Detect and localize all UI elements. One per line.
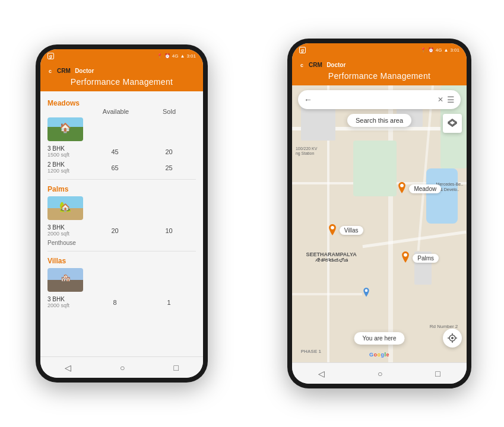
nav-square-btn[interactable]: □ — [174, 363, 179, 372]
prop-name: 3 BHK — [47, 296, 88, 302]
status-bar-left: g 📍 ⏰ 4G ▲ 3:01 — [40, 49, 203, 62]
svg-point-6 — [404, 253, 407, 257]
nav-square-btn-r[interactable]: □ — [435, 369, 440, 378]
search-close-btn[interactable]: ✕ — [438, 95, 443, 104]
table-row: 3 BHK 2000 sqft 20 10 — [47, 222, 196, 238]
prop-size: 2000 sqft — [47, 302, 88, 308]
road-v2 — [388, 85, 393, 362]
svg-point-5 — [331, 225, 334, 229]
search-input[interactable] — [317, 94, 434, 106]
row-sold: 20 — [142, 148, 196, 155]
table-header-meadows: Available Sold — [47, 108, 196, 117]
section-title-meadows: Meadows — [47, 99, 80, 107]
alarm-icon-r: ⏰ — [428, 47, 434, 53]
app-logo-right: c CRM - Doctor — [298, 60, 345, 69]
palms-image — [47, 196, 83, 220]
section-meadows: Meadows Available Sold 3 BHK 1500 sqft 4… — [47, 97, 196, 176]
pin-icon-meadow — [397, 182, 407, 195]
map-search-bar[interactable]: ← ✕ ☰ — [298, 90, 461, 109]
row-sold: 1 — [142, 299, 196, 306]
prop-name: 2 BHK — [47, 161, 88, 168]
signal-icon-r: ▲ — [444, 47, 449, 53]
search-menu-btn[interactable]: ☰ — [447, 95, 455, 104]
app-title-left: Performance Management — [71, 77, 173, 87]
app-header-left: c CRM - Doctor Performance Management — [40, 62, 203, 91]
green-area1 — [353, 141, 397, 196]
separator — [47, 251, 196, 251]
content-left: Meadows Available Sold 3 BHK 1500 sqft 4… — [40, 91, 203, 356]
google-logo: Google — [369, 352, 389, 358]
row-label: 3 BHK 1500 sqft — [47, 145, 88, 158]
prop-size: 1500 sqft — [47, 152, 88, 158]
pin-palms[interactable]: Palms — [400, 251, 439, 265]
pin-meadow[interactable]: Meadow — [397, 182, 441, 195]
app-logo-left: c CRM - Doctor — [46, 66, 94, 75]
row-available: 20 — [88, 227, 142, 234]
table-row: 2 BHK 1200 sqft 65 25 — [47, 160, 196, 176]
pin-icon-palms — [400, 251, 411, 265]
g-icon-left: g — [47, 53, 54, 59]
network-icon: 4G — [172, 53, 179, 59]
nav-back-btn-r[interactable]: ◁ — [318, 369, 325, 378]
section-villas: Villas 3 BHK 2000 sqft 8 1 — [47, 255, 196, 310]
nav-back-btn[interactable]: ◁ — [65, 363, 71, 372]
pin-label-meadow: Meadow — [409, 184, 441, 193]
phone-left: g 📍 ⏰ 4G ▲ 3:01 c CRM - Doctor — [36, 44, 208, 383]
col-sold-header: Sold — [142, 108, 196, 115]
row-label: 2 BHK 1200 sqft — [47, 161, 88, 174]
svg-point-4 — [400, 184, 404, 187]
logo-box-r: c — [298, 60, 308, 69]
row-label: 3 BHK 2000 sqft — [47, 224, 88, 237]
penthouse-row: Penthouse — [47, 238, 196, 247]
prop-size: 1200 sqft — [47, 168, 88, 174]
svg-text:c: c — [49, 68, 52, 74]
layer-btn[interactable] — [443, 114, 462, 133]
you-are-here-btn[interactable]: You are here — [354, 332, 405, 345]
logo-hyphen: - — [72, 68, 74, 74]
logo-hyphen-r: - — [324, 62, 325, 68]
pin-villas[interactable]: Villas — [327, 224, 363, 237]
prop-size: 2000 sqft — [47, 231, 88, 237]
col-available-header: Available — [89, 108, 142, 115]
svg-point-7 — [364, 289, 367, 292]
doctor-text: Doctor — [75, 68, 94, 74]
g-icon-right: g — [299, 47, 306, 53]
separator — [47, 179, 196, 180]
road-h3 — [292, 293, 362, 295]
logo-box: c — [46, 66, 56, 75]
signal-icon: ▲ — [180, 53, 185, 59]
row-available: 8 — [88, 299, 142, 306]
bottom-nav-left: ◁ ○ □ — [40, 356, 203, 378]
nav-home-btn-r[interactable]: ○ — [378, 369, 382, 378]
bottom-nav-right: ◁ ○ □ — [292, 362, 467, 384]
section-palms: Palms 3 BHK 2000 sqft 20 10 Penthouse — [47, 183, 196, 247]
status-icons-right: 📍 ⏰ 4G ▲ 3:01 — [420, 47, 459, 53]
pin-label-villas: Villas — [340, 226, 363, 235]
pin-label-palms: Palms — [413, 254, 439, 263]
search-back-btn[interactable]: ← — [304, 95, 312, 104]
location-btn[interactable] — [443, 329, 462, 348]
nav-home-btn[interactable]: ○ — [120, 363, 125, 372]
meadows-image — [47, 117, 83, 141]
phone-left-inner: g 📍 ⏰ 4G ▲ 3:01 c CRM - Doctor — [40, 49, 203, 378]
doctor-text-r: Doctor — [327, 62, 345, 68]
row-sold: 25 — [142, 164, 196, 171]
svg-text:c: c — [300, 62, 303, 68]
map-container: ← ✕ ☰ Search this area — [292, 85, 467, 362]
phone-right: g 📍 ⏰ 4G ▲ 3:01 c CRM - Doctor — [287, 39, 471, 388]
kv-label: 100/220 KVng Station — [296, 146, 318, 157]
search-area-btn[interactable]: Search this area — [347, 114, 411, 127]
time-left: 3:01 — [186, 53, 196, 59]
pin-you-are-here — [362, 288, 370, 298]
status-icons-left: 📍 ⏰ 4G ▲ 3:01 — [157, 53, 196, 59]
location-name-label: SEETHARAMPALYAಸೀತಾರಾಮಪಳ್ಯ — [306, 251, 357, 263]
network-icon-r: 4G — [436, 47, 442, 53]
location-icon-r: 📍 — [420, 47, 426, 53]
app-title-right: Performance Management — [328, 71, 430, 81]
phone-right-inner: g 📍 ⏰ 4G ▲ 3:01 c CRM - Doctor — [292, 43, 467, 384]
crm-text: CRM — [57, 68, 71, 74]
row-available: 65 — [88, 164, 142, 171]
pin-icon-villas — [327, 224, 338, 237]
app-header-right: c CRM - Doctor Performance Management — [292, 56, 467, 85]
scene: g 📍 ⏰ 4G ▲ 3:01 c CRM - Doctor — [0, 0, 504, 427]
